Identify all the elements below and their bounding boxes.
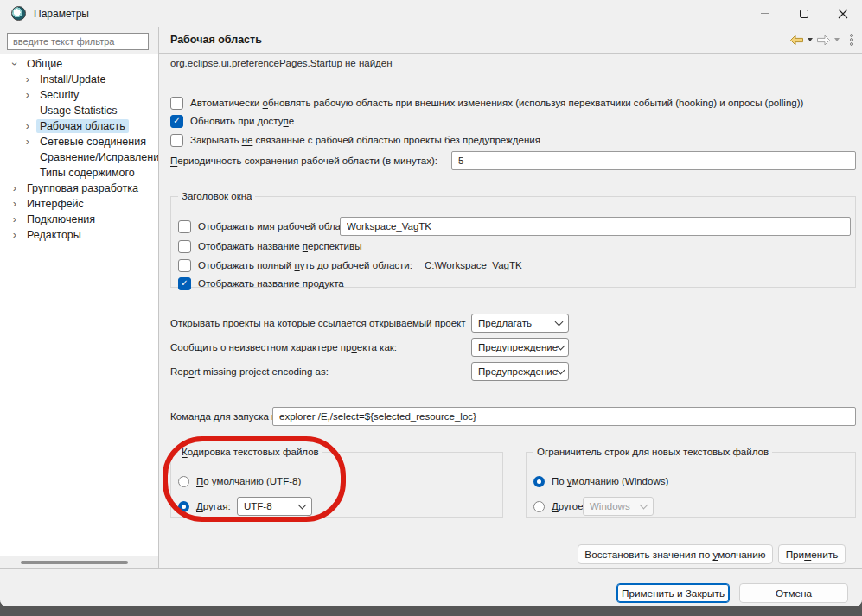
sidebar-item-install-update[interactable]: Install/Update xyxy=(0,72,158,87)
chevron-right-icon xyxy=(10,212,19,227)
window-title: Параметры xyxy=(34,8,89,20)
workspace-name-field[interactable] xyxy=(340,217,851,236)
unknown-nature-combo[interactable]: Предупреждение xyxy=(471,338,569,357)
maximize-button[interactable] xyxy=(784,0,823,27)
window-title-group: Заголовок окна Отображать имя рабочей об… xyxy=(170,191,856,288)
chevron-down-icon xyxy=(557,342,565,351)
sidebar-item-network[interactable]: Сетевые соединения xyxy=(0,134,158,149)
red-highlight-annotation xyxy=(163,436,346,522)
show-workspace-name-checkbox[interactable] xyxy=(178,220,191,233)
chevron-down-icon xyxy=(557,366,565,375)
refresh-on-access-checkbox[interactable] xyxy=(170,115,183,128)
minimize-button[interactable] xyxy=(745,0,784,27)
missing-encoding-label: Report missing project encoding as: xyxy=(170,362,329,381)
close-button[interactable] xyxy=(823,0,862,27)
chevron-right-icon xyxy=(10,181,19,196)
close-unrelated-row: Закрывать не связанные с рабочей область… xyxy=(170,131,540,149)
show-full-path-row: Отображать полный путь до рабочей област… xyxy=(178,257,522,274)
open-referenced-combo[interactable]: Предлагать xyxy=(471,314,569,333)
forward-history-caret[interactable] xyxy=(834,38,840,41)
delimiter-default-label: По умолчанию (Windows) xyxy=(552,476,668,486)
chevron-right-icon xyxy=(10,196,19,212)
sidebar: Общие Install/Update Security Usage Stat… xyxy=(0,27,158,568)
show-full-path-checkbox[interactable] xyxy=(178,259,191,272)
chevron-down-icon xyxy=(555,318,564,327)
dialog-footer: Применить и Закрыть Отмена xyxy=(0,568,862,606)
sidebar-item-content-types[interactable]: Типы содержимого xyxy=(0,165,158,181)
horizontal-scrollbar[interactable] xyxy=(0,556,158,568)
auto-refresh-checkbox[interactable] xyxy=(170,97,183,110)
show-product-checkbox[interactable] xyxy=(178,277,191,290)
workspace-path-value: C:\Workspace_VagTK xyxy=(425,260,522,270)
page-title: Рабочая область xyxy=(170,34,262,46)
back-history-caret[interactable] xyxy=(808,38,813,41)
delimiter-default-radio[interactable] xyxy=(533,476,545,487)
line-delimiter-group-legend: Ограничитель строк для новых текстовых ф… xyxy=(533,447,772,457)
maximize-icon xyxy=(800,10,808,18)
delimiter-combo[interactable]: Windows xyxy=(583,497,654,516)
forward-icon[interactable] xyxy=(816,35,831,46)
delimiter-default-row: По умолчанию (Windows) xyxy=(533,473,668,490)
preferences-tree: Общие Install/Update Security Usage Stat… xyxy=(0,54,158,568)
chevron-down-icon xyxy=(640,501,648,510)
back-icon[interactable] xyxy=(789,35,804,46)
delimiter-other-label: Другое: xyxy=(552,501,586,511)
sidebar-item-general[interactable]: Общие xyxy=(0,56,158,72)
workspace-preference-page: Рабочая область org.eclipse.ui.preferenc… xyxy=(159,27,862,568)
delimiter-other-radio[interactable] xyxy=(533,501,545,512)
close-icon xyxy=(838,9,848,19)
restore-defaults-button[interactable]: Восстановить значения по умолчанию xyxy=(578,544,773,564)
auto-refresh-row: Автоматически обновлять рабочую область … xyxy=(170,94,803,111)
missing-encoding-combo[interactable]: Предупреждение xyxy=(471,362,569,381)
explorer-command-field[interactable] xyxy=(272,407,856,426)
sidebar-item-workspace[interactable]: Рабочая область xyxy=(0,118,158,134)
sidebar-item-compare-patch[interactable]: Сравнение/Исправлени xyxy=(0,149,158,165)
refresh-on-access-label: Обновить при доступе xyxy=(190,116,294,126)
sidebar-item-usage-statistics[interactable]: Usage Statistics xyxy=(0,103,158,118)
chevron-right-icon xyxy=(23,87,32,103)
app-icon xyxy=(11,6,26,21)
show-full-path-label: Отображать полный путь до рабочей област… xyxy=(198,260,412,270)
save-interval-label: Периодичность сохранения рабочей области… xyxy=(170,151,437,170)
chevron-down-icon xyxy=(7,60,22,68)
delimiter-other-row: Другое: xyxy=(533,498,586,515)
apply-button[interactable]: Применить xyxy=(778,544,846,564)
chevron-right-icon xyxy=(23,134,32,149)
close-unrelated-label: Закрывать не связанные с рабочей область… xyxy=(190,135,540,145)
sidebar-item-interface[interactable]: Интерфейс xyxy=(0,196,158,212)
show-workspace-name-label: Отображать имя рабочей области: xyxy=(198,221,359,232)
preferences-dialog: Параметры Общие Install/Update Security … xyxy=(0,0,862,606)
sidebar-item-editors[interactable]: Редакторы xyxy=(0,227,158,243)
show-perspective-label: Отображать название перспективы xyxy=(198,241,361,251)
close-unrelated-checkbox[interactable] xyxy=(170,134,183,147)
line-delimiter-group: Ограничитель строк для новых текстовых ф… xyxy=(526,447,856,518)
unknown-nature-label: Сообщить о неизвестном характере проекта… xyxy=(170,338,397,357)
chevron-right-icon xyxy=(10,227,19,243)
save-interval-field[interactable] xyxy=(451,151,856,170)
show-product-row: Отображать название продукта xyxy=(178,275,344,292)
apply-and-close-button[interactable]: Применить и Закрыть xyxy=(616,583,730,603)
show-perspective-row: Отображать название перспективы xyxy=(178,238,361,255)
minimize-icon xyxy=(761,13,769,14)
open-referenced-label: Открывать проекты на которые ссылается о… xyxy=(170,314,466,333)
chevron-right-icon xyxy=(23,118,32,134)
refresh-on-access-row: Обновить при доступе xyxy=(170,112,294,130)
auto-refresh-label: Автоматически обновлять рабочую область … xyxy=(190,98,803,108)
show-perspective-checkbox[interactable] xyxy=(178,240,191,253)
chevron-right-icon xyxy=(23,72,32,87)
cancel-button[interactable]: Отмена xyxy=(739,583,848,603)
filter-input[interactable] xyxy=(7,33,149,50)
sidebar-item-security[interactable]: Security xyxy=(0,87,158,103)
title-bar: Параметры xyxy=(0,0,862,27)
scrollbar-thumb[interactable] xyxy=(21,561,128,564)
show-product-label: Отображать название продукта xyxy=(198,278,344,289)
window-title-group-legend: Заголовок окна xyxy=(178,191,255,201)
sidebar-item-connections[interactable]: Подключения xyxy=(0,212,158,227)
show-workspace-name-row: Отображать имя рабочей области: xyxy=(178,218,359,235)
status-message: org.eclipse.ui.preferencePages.Startup н… xyxy=(170,58,393,68)
view-menu-icon[interactable] xyxy=(850,34,853,46)
sidebar-item-team[interactable]: Групповая разработка xyxy=(0,181,158,196)
